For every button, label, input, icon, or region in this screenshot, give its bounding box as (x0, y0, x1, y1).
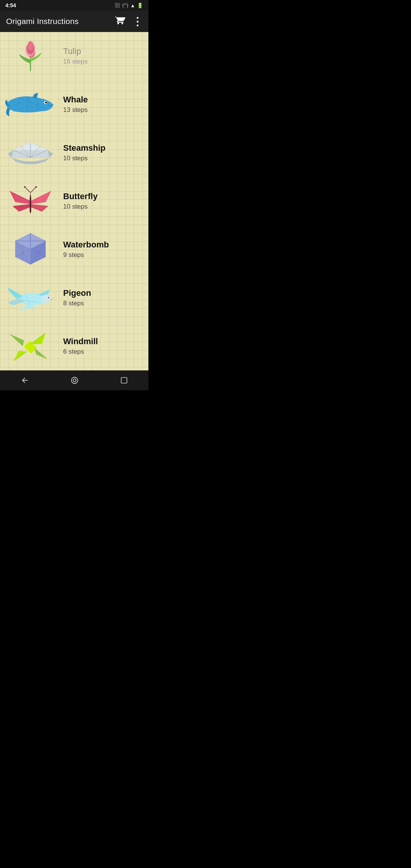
svg-point-33 (42, 294, 51, 303)
tulip-name: Tulip (63, 46, 142, 56)
pigeon-image (4, 281, 57, 315)
steamship-name: Steamship (63, 143, 142, 153)
app-title: Origami Instructions (6, 17, 79, 26)
svg-line-17 (25, 187, 30, 193)
butterfly-info: Butterfly 10 steps (63, 191, 142, 211)
svg-point-18 (24, 186, 25, 188)
tulip-steps: 16 steps (63, 58, 142, 65)
svg-point-6 (45, 101, 47, 103)
butterfly-steps: 10 steps (63, 203, 142, 211)
svg-point-4 (27, 41, 33, 50)
steamship-image (4, 136, 57, 170)
svg-point-35 (48, 297, 49, 298)
home-button[interactable] (63, 373, 86, 388)
content-area: Tulip 16 steps (0, 32, 148, 370)
pigeon-info: Pigeon 8 steps (63, 288, 142, 307)
windmill-name: Windmill (63, 337, 142, 346)
butterfly-name: Butterfly (63, 191, 142, 201)
cart-icon[interactable] (115, 15, 125, 27)
cast-icon: ⬛ (115, 3, 120, 8)
steamship-steps: 10 steps (63, 155, 142, 162)
pigeon-steps: 8 steps (63, 300, 142, 307)
waterbomb-steps: 9 steps (63, 251, 142, 259)
tulip-info: Tulip 16 steps (63, 46, 142, 65)
app-bar-actions: ⋮ (115, 15, 142, 28)
svg-line-19 (30, 187, 36, 193)
bottom-nav (0, 370, 148, 390)
list-item-pigeon[interactable]: Pigeon 8 steps (0, 274, 148, 322)
svg-point-44 (72, 377, 78, 384)
butterfly-image (4, 184, 57, 218)
status-time: 4:54 (5, 2, 16, 8)
steamship-info: Steamship 10 steps (63, 143, 142, 162)
svg-point-20 (35, 186, 37, 188)
recent-apps-button[interactable] (113, 373, 135, 387)
whale-image (4, 87, 57, 121)
svg-point-45 (73, 379, 76, 381)
waterbomb-name: Waterbomb (63, 240, 142, 250)
windmill-image (4, 329, 57, 363)
battery-icon: 🔋 (137, 3, 143, 8)
list-item-waterbomb[interactable]: Waterbomb 9 steps (0, 225, 148, 274)
list-item-windmill[interactable]: Windmill 6 steps (0, 322, 148, 370)
whale-name: Whale (63, 95, 142, 105)
windmill-info: Windmill 6 steps (63, 337, 142, 356)
svg-rect-46 (121, 378, 127, 383)
status-icons: ⬛ 📳 ▲ 🔋 (115, 3, 143, 8)
list-item-tulip[interactable]: Tulip 16 steps (0, 32, 148, 80)
windmill-steps: 6 steps (63, 348, 142, 356)
wifi-icon: ▲ (130, 3, 135, 8)
list-item-butterfly[interactable]: Butterfly 10 steps (0, 177, 148, 225)
more-options-icon[interactable]: ⋮ (132, 15, 142, 28)
waterbomb-info: Waterbomb 9 steps (63, 240, 142, 259)
app-bar: Origami Instructions ⋮ (0, 11, 148, 32)
status-bar: 4:54 ⬛ 📳 ▲ 🔋 (0, 0, 148, 11)
waterbomb-image (4, 232, 57, 266)
list-item-whale[interactable]: Whale 13 steps (0, 80, 148, 129)
list-item-steamship[interactable]: Steamship 10 steps (0, 129, 148, 177)
tulip-image (4, 39, 57, 73)
whale-info: Whale 13 steps (63, 95, 142, 114)
vibrate-icon: 📳 (122, 3, 128, 8)
pigeon-name: Pigeon (63, 288, 142, 298)
back-button[interactable] (13, 373, 37, 388)
whale-steps: 13 steps (63, 106, 142, 114)
